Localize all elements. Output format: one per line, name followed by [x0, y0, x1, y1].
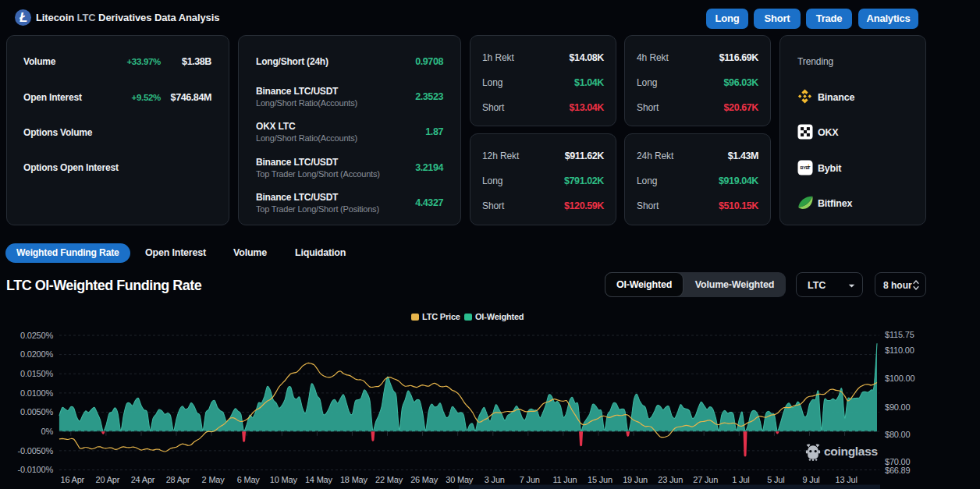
- svg-text:11 Jun: 11 Jun: [552, 475, 577, 484]
- svg-text:13 Jul: 13 Jul: [836, 475, 858, 484]
- svg-text:-0.0050%: -0.0050%: [18, 446, 54, 455]
- svg-text:23 Jun: 23 Jun: [658, 475, 683, 484]
- svg-text:14 May: 14 May: [305, 475, 333, 484]
- svg-text:$110.00: $110.00: [885, 345, 914, 355]
- svg-text:0.0100%: 0.0100%: [20, 388, 53, 398]
- svg-text:22 May: 22 May: [375, 475, 403, 484]
- svg-text:16 Apr: 16 Apr: [60, 475, 84, 484]
- svg-text:2 May: 2 May: [202, 475, 225, 484]
- svg-text:10 May: 10 May: [270, 475, 298, 484]
- svg-text:$66.89: $66.89: [885, 466, 911, 475]
- svg-text:$115.75: $115.75: [885, 330, 914, 339]
- svg-text:27 Jun: 27 Jun: [693, 475, 718, 484]
- svg-text:0%: 0%: [41, 427, 54, 436]
- svg-text:26 May: 26 May: [410, 475, 439, 484]
- svg-text:24 Apr: 24 Apr: [131, 475, 155, 484]
- svg-text:3 Jun: 3 Jun: [485, 475, 505, 484]
- svg-text:$100.00: $100.00: [885, 374, 914, 383]
- svg-text:20 Apr: 20 Apr: [96, 475, 120, 484]
- svg-text:0.0250%: 0.0250%: [20, 331, 53, 340]
- svg-text:18 May: 18 May: [340, 475, 368, 484]
- svg-text:5 Jul: 5 Jul: [767, 475, 784, 484]
- svg-text:6 May: 6 May: [237, 475, 261, 484]
- svg-text:$90.00: $90.00: [885, 402, 911, 412]
- svg-text:$80.00: $80.00: [885, 430, 911, 439]
- svg-text:-0.0100%: -0.0100%: [18, 465, 54, 474]
- svg-text:1 Jul: 1 Jul: [732, 475, 749, 484]
- svg-text:9 Jul: 9 Jul: [802, 475, 819, 484]
- svg-text:0.0050%: 0.0050%: [20, 407, 53, 416]
- svg-text:0.0200%: 0.0200%: [20, 349, 53, 359]
- svg-text:19 Jun: 19 Jun: [623, 475, 648, 484]
- svg-text:0.0150%: 0.0150%: [20, 369, 53, 378]
- svg-text:15 Jun: 15 Jun: [588, 475, 612, 484]
- svg-text:7 Jun: 7 Jun: [520, 475, 540, 484]
- svg-text:28 Apr: 28 Apr: [166, 475, 190, 484]
- svg-text:30 May: 30 May: [446, 475, 474, 484]
